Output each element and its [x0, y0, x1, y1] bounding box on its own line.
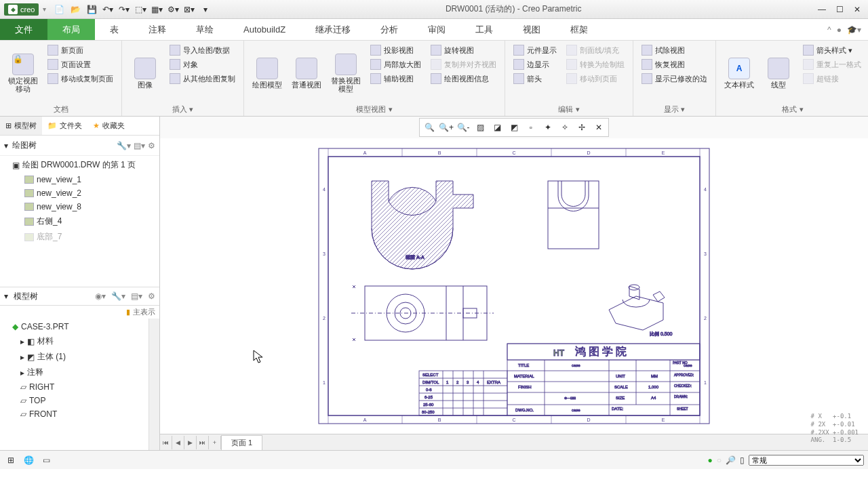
zoom-fit-icon[interactable]: 🔍 — [421, 120, 437, 135]
close-icon[interactable]: ✕ — [849, 3, 865, 16]
help-icon[interactable]: 🎓▾ — [847, 25, 861, 35]
model-item-right[interactable]: ▱RIGHT — [0, 380, 159, 394]
copy-from-drawing-button[interactable]: 从其他绘图复制 — [167, 72, 238, 85]
page-setup-button[interactable]: 页面设置 — [45, 58, 116, 71]
tab-autobuildz[interactable]: AutobuildZ — [229, 19, 300, 40]
add-page-icon[interactable]: + — [209, 436, 221, 449]
logo-dropdown-icon[interactable]: ▾ — [43, 5, 46, 13]
tab-tools[interactable]: 工具 — [460, 19, 508, 40]
sidebar-tab-favorites[interactable]: ★收藏夹 — [87, 117, 130, 135]
resume-view-button[interactable]: 恢复视图 — [639, 58, 710, 71]
view-item-right4[interactable]: 右侧_4 — [0, 214, 159, 229]
move-copy-page-button[interactable]: 移动或复制页面 — [45, 72, 116, 85]
model-item-material[interactable]: ▸◧材料 — [0, 333, 159, 349]
status-filter-icon[interactable]: ▯ — [740, 455, 745, 465]
scrollbar[interactable] — [149, 319, 159, 450]
shade-icon[interactable]: ◩ — [506, 120, 522, 135]
model-item-front[interactable]: ▱FRONT — [0, 407, 159, 421]
redo-icon[interactable]: ↷▾ — [117, 3, 132, 16]
import-drawing-button[interactable]: 导入绘图/数据 — [167, 43, 238, 57]
line-style-button[interactable]: 线型 — [761, 43, 796, 103]
first-page-icon[interactable]: ⏮ — [160, 436, 172, 449]
model-tree-tool4-icon[interactable]: ⚙ — [148, 291, 155, 301]
show-modified-button[interactable]: 显示已修改的边 — [639, 72, 710, 85]
text-style-button[interactable]: A文本样式 — [722, 43, 757, 103]
collapse-icon[interactable]: ▾ — [4, 291, 8, 301]
replace-view-button[interactable]: 替换视图 模型 — [328, 43, 363, 103]
minimize-icon[interactable]: — — [814, 3, 830, 16]
status-find-icon[interactable]: 🔎 — [726, 455, 736, 465]
projection-view-button[interactable]: 投影视图 — [368, 43, 424, 57]
group-label-format[interactable]: 格式 ▾ — [722, 103, 864, 115]
aux-view-button[interactable]: 辅助视图 — [368, 72, 424, 85]
detail-view-button[interactable]: 局部放大图 — [368, 58, 424, 71]
zoom-out-icon[interactable]: 🔍- — [455, 120, 471, 135]
model-tree-root[interactable]: ◆CASE-3.PRT — [0, 320, 159, 333]
collapse-ribbon-icon[interactable]: ^ — [827, 25, 831, 35]
open-file-icon[interactable]: 📂 — [68, 3, 83, 16]
zoom-in-icon[interactable]: 🔍+ — [438, 120, 454, 135]
status-window-icon[interactable]: ▭ — [39, 454, 53, 466]
lock-view-button[interactable]: 🔒锁定视图 移动 — [5, 43, 41, 103]
arrow-button[interactable]: 箭头 — [511, 72, 559, 85]
object-button[interactable]: 对象 — [167, 58, 238, 71]
drawing-tree-root[interactable]: ▣绘图 DRW0001.DRW 的第 1 页 — [0, 157, 159, 173]
user-icon[interactable]: ● — [837, 25, 842, 35]
model-item-body[interactable]: ▸◩主体 (1) — [0, 349, 159, 365]
csys-display-icon[interactable]: ✢ — [574, 120, 590, 135]
sidebar-tab-model-tree[interactable]: ⊞模型树 — [0, 117, 42, 135]
maximize-icon[interactable]: ☐ — [831, 3, 848, 16]
last-page-icon[interactable]: ⏭ — [197, 436, 209, 449]
tree-tool-filter-icon[interactable]: 🔧▾ — [117, 141, 131, 150]
model-tree-tool1-icon[interactable]: ◉▾ — [95, 291, 106, 301]
repaint-icon[interactable]: ▨ — [472, 120, 488, 135]
new-file-icon[interactable]: 📄 — [52, 3, 66, 16]
settings-icon[interactable]: ⚙▾ — [165, 3, 180, 16]
arrow-style-button[interactable]: 箭头样式 ▾ — [800, 43, 864, 57]
status-tree-icon[interactable]: ⊞ — [4, 454, 18, 466]
expand-icon[interactable]: ▸ — [20, 368, 24, 378]
status-globe-icon[interactable]: 🌐 — [22, 454, 35, 466]
rotate-view-button[interactable]: 旋转视图 — [428, 43, 499, 57]
display-style-icon[interactable]: ◪ — [489, 120, 505, 135]
tab-annotate[interactable]: 注释 — [134, 19, 181, 40]
tab-analysis[interactable]: 分析 — [366, 19, 413, 40]
tab-review[interactable]: 审阅 — [413, 19, 460, 40]
general-view-button[interactable]: 普通视图 — [289, 43, 324, 103]
annotation-display-icon[interactable]: ✕ — [591, 120, 607, 135]
edge-display-button[interactable]: 边显示 — [511, 58, 559, 71]
tab-frame[interactable]: 框架 — [555, 19, 603, 40]
datum-display-icon[interactable]: ▫ — [523, 120, 539, 135]
group-label-model-view[interactable]: 模型视图 ▾ — [250, 103, 499, 115]
windows-icon[interactable]: ▦▾ — [149, 3, 164, 16]
view-item-1[interactable]: new_view_1 — [0, 173, 159, 186]
view-item-2[interactable]: new_view_2 — [0, 186, 159, 200]
group-label-show[interactable]: 显示 ▾ — [639, 103, 710, 115]
tab-sketch[interactable]: 草绘 — [181, 19, 229, 40]
model-tree-tool2-icon[interactable]: 🔧▾ — [111, 291, 125, 301]
group-label-edit[interactable]: 编辑 ▾ — [511, 103, 627, 115]
tab-layout[interactable]: 布局 — [47, 19, 95, 40]
model-item-top[interactable]: ▱TOP — [0, 394, 159, 407]
selection-filter-dropdown[interactable]: 常规 — [749, 455, 864, 466]
image-button[interactable]: 图像 — [127, 43, 163, 103]
close-win-icon[interactable]: ⊠▾ — [182, 3, 197, 16]
expand-icon[interactable]: ▸ — [20, 337, 24, 346]
tab-view[interactable]: 视图 — [508, 19, 555, 40]
point-display-icon[interactable]: ✧ — [557, 120, 573, 135]
sub-representation[interactable]: ▮主表示 — [0, 306, 159, 319]
undo-icon[interactable]: ↶▾ — [100, 3, 115, 16]
sidebar-tab-folder[interactable]: 📁文件夹 — [42, 117, 87, 135]
view-item-bottom7[interactable]: 底部_7 — [0, 229, 159, 245]
tab-legacy[interactable]: 继承迁移 — [300, 19, 366, 40]
drawing-canvas[interactable]: ABCDE ABCDE 4321 4321 截面 A-A — [160, 138, 868, 434]
model-item-annotation[interactable]: ▸注释 — [0, 365, 159, 380]
axis-display-icon[interactable]: ✦ — [540, 120, 556, 135]
drawing-model-button[interactable]: 绘图模型 — [250, 43, 285, 103]
next-page-icon[interactable]: ▶ — [184, 436, 197, 449]
file-menu[interactable]: 文件 — [0, 19, 47, 40]
collapse-icon[interactable]: ▾ — [4, 141, 8, 150]
prev-page-icon[interactable]: ◀ — [172, 436, 184, 449]
new-page-button[interactable]: 新页面 — [45, 43, 116, 57]
component-display-button[interactable]: 元件显示 — [511, 43, 559, 57]
